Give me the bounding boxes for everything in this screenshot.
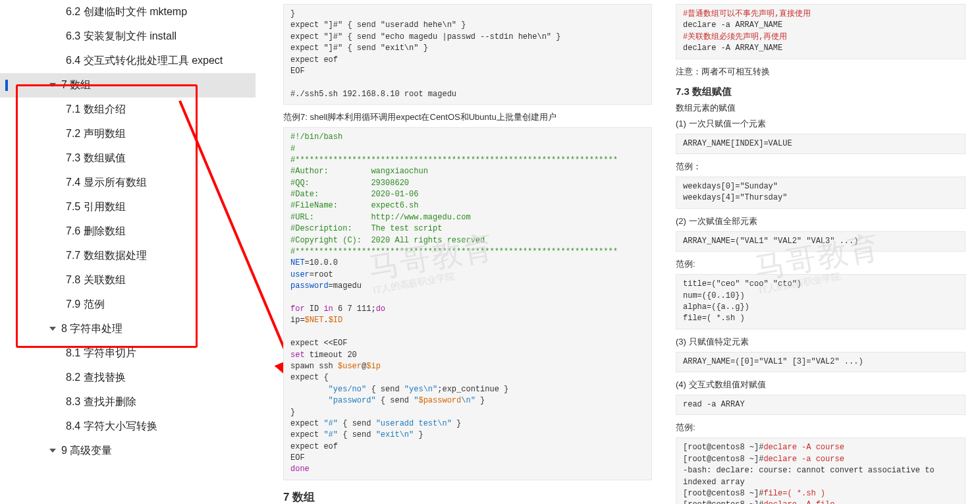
code-block-expect6: #!/bin/bash # #*************************… <box>283 127 652 480</box>
toc-item-0[interactable]: 6.2 创建临时文件 mktemp <box>0 0 256 24</box>
toc-item-3[interactable]: 7 数组 <box>0 73 256 98</box>
toc-item-5[interactable]: 7.2 声明数组 <box>0 122 256 146</box>
toc-item-7[interactable]: 7.4 显示所有数组 <box>0 171 256 195</box>
note-convert: 注意：两者不可相互转换 <box>676 66 966 78</box>
toc-item-16[interactable]: 8.3 查找并删除 <box>0 390 256 414</box>
code-all-assign: ARRAY_NAME=("VAL1" "VAL2" "VAL3" ...) <box>676 231 966 252</box>
code-title-assign: title=("ceo" "coo" "cto") num=({0..10}) … <box>676 274 966 329</box>
toc-item-15[interactable]: 8.2 查找替换 <box>0 366 256 390</box>
toc-item-11[interactable]: 7.8 关联数组 <box>0 268 256 293</box>
toc-sidebar: 6.2 创建临时文件 mktemp6.3 安装复制文件 install6.4 交… <box>0 0 263 504</box>
heading-7: 7 数组 <box>283 490 652 504</box>
code-spec-assign: ARRAY_NAME=([0]="VAL1" [3]="VAL2" ...) <box>676 352 966 372</box>
heading-7-3: 7.3 数组赋值 <box>676 86 966 98</box>
toc-item-1[interactable]: 6.3 安装复制文件 install <box>0 24 256 49</box>
code-index-assign: ARRAY_NAME[INDEX]=VALUE <box>676 134 966 154</box>
content-right-column: #普通数组可以不事先声明,直接使用 declare -a ARRAY_NAME … <box>676 0 966 504</box>
para-spec: (3) 只赋值特定元素 <box>676 336 966 348</box>
toc-item-4[interactable]: 7.1 数组介绍 <box>0 98 256 122</box>
para-elem: 数组元素的赋值 <box>676 102 966 114</box>
code-convert-error: [root@centos8 ~]#declare -A course [root… <box>676 437 966 504</box>
code-block-ssh5: } expect "]#" { send "useradd hehe\n" } … <box>283 4 652 105</box>
para-all: (2) 一次赋值全部元素 <box>676 215 966 227</box>
toc-item-2[interactable]: 6.4 交互式转化批处理工具 expect <box>0 49 256 73</box>
toc-item-18[interactable]: 9 高级变量 <box>0 439 256 463</box>
code-declare: #普通数组可以不事先声明,直接使用 declare -a ARRAY_NAME … <box>676 4 966 59</box>
toc-item-12[interactable]: 7.9 范例 <box>0 293 256 317</box>
toc-item-8[interactable]: 7.5 引用数组 <box>0 195 256 219</box>
toc-item-14[interactable]: 8.1 字符串切片 <box>0 341 256 366</box>
code-weekdays: weekdays[0]="Sunday" weekdays[4]="Thursd… <box>676 177 966 209</box>
example7-caption: 范例7: shell脚本利用循环调用expect在CentOS和Ubuntu上批… <box>283 111 652 123</box>
para-inter: (4) 交互式数组值对赋值 <box>676 379 966 391</box>
content-left-column: } expect "]#" { send "useradd hehe\n" } … <box>283 0 652 504</box>
toc-item-6[interactable]: 7.3 数组赋值 <box>0 146 256 171</box>
toc-item-13[interactable]: 8 字符串处理 <box>0 317 256 341</box>
toc-item-9[interactable]: 7.6 删除数组 <box>0 219 256 244</box>
toc-item-17[interactable]: 8.4 字符大小写转换 <box>0 414 256 439</box>
label-example-3: 范例: <box>676 422 966 434</box>
para-once: (1) 一次只赋值一个元素 <box>676 118 966 130</box>
toc-item-10[interactable]: 7.7 数组数据处理 <box>0 244 256 268</box>
label-example-1: 范例： <box>676 161 966 173</box>
label-example-2: 范例: <box>676 258 966 270</box>
code-read: read -a ARRAY <box>676 395 966 415</box>
